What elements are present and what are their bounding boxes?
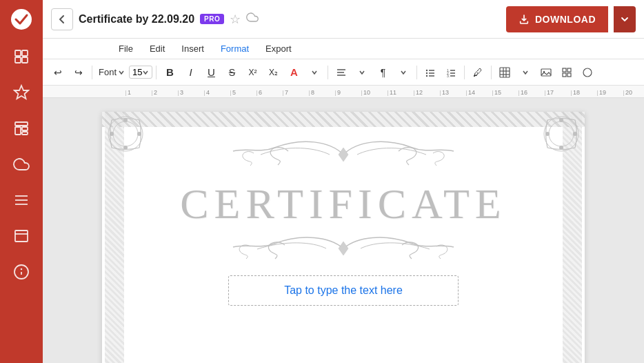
align-icon: [336, 67, 347, 78]
ruler-mark: 9: [335, 90, 361, 96]
svg-point-49: [123, 146, 128, 150]
sync-icon[interactable]: [246, 11, 259, 27]
svg-rect-6: [15, 122, 28, 126]
svg-point-56: [545, 132, 550, 136]
undo-button[interactable]: ↩: [48, 63, 68, 82]
align-button[interactable]: [332, 63, 351, 82]
svg-point-44: [583, 68, 592, 77]
underline-button[interactable]: U: [201, 63, 221, 82]
sidebar-item-home[interactable]: [0, 39, 43, 75]
highlight-button[interactable]: 🖊: [468, 63, 487, 82]
ruler-inner: 1 2 3 4 5 6 7 8 9 10 11 12 13 14 15 16 1…: [43, 86, 644, 97]
align-dropdown[interactable]: [352, 63, 372, 82]
back-button[interactable]: [51, 8, 73, 30]
object-button[interactable]: [557, 63, 576, 82]
svg-marker-5: [14, 86, 28, 99]
ruler-mark: 4: [204, 90, 230, 96]
menu-export[interactable]: Export: [259, 42, 299, 55]
svg-point-53: [559, 118, 563, 122]
toolbar-separator-4: [416, 66, 417, 79]
svg-point-46: [113, 121, 138, 146]
svg-marker-58: [339, 242, 348, 255]
font-selector[interactable]: Font: [96, 67, 128, 77]
chevron-down-icon: [621, 15, 629, 23]
download-dropdown-button[interactable]: [614, 6, 636, 32]
svg-point-48: [137, 132, 141, 136]
svg-rect-8: [22, 127, 28, 130]
table-button[interactable]: [495, 63, 514, 82]
ruler-mark: 16: [519, 90, 545, 96]
svg-rect-7: [15, 127, 21, 135]
ruler-mark: 2: [152, 90, 178, 96]
cert-corner-top-left: [105, 113, 146, 155]
ruler-mark: 20: [623, 90, 644, 96]
image-button[interactable]: [536, 63, 556, 82]
sidebar-item-favorites[interactable]: [0, 75, 43, 110]
font-dropdown-icon: [118, 69, 125, 76]
menu-edit[interactable]: Edit: [143, 42, 172, 55]
page-icon: [13, 228, 30, 244]
ruler: 1 2 3 4 5 6 7 8 9 10 11 12 13 14 15 16 1…: [43, 86, 644, 98]
bold-button[interactable]: B: [160, 63, 179, 82]
svg-rect-42: [563, 73, 566, 77]
info-icon: [13, 264, 30, 280]
ruler-mark: 17: [545, 90, 571, 96]
favorite-icon[interactable]: ☆: [230, 12, 241, 27]
font-size-selector[interactable]: 15: [129, 66, 152, 79]
color-dropdown-icon: [311, 69, 318, 76]
cloud-sync-icon: [246, 11, 259, 23]
table-dropdown[interactable]: [516, 63, 535, 82]
app-logo: [0, 0, 43, 39]
svg-rect-40: [563, 68, 566, 72]
svg-rect-1: [15, 50, 21, 56]
toolbar-separator-6: [491, 66, 492, 79]
ruler-mark: 8: [309, 90, 335, 96]
sidebar-item-cloud[interactable]: [0, 146, 43, 182]
cert-content: CERTIFICATE Tap to type the text here: [102, 127, 585, 363]
paragraph-button[interactable]: ¶: [373, 63, 392, 82]
circle-button[interactable]: [578, 63, 597, 82]
download-button[interactable]: DOWNLOAD: [506, 6, 608, 32]
document-title: Certificate by 22.09.20: [79, 13, 194, 26]
toolbar-separator-2: [156, 66, 157, 79]
paragraph-dropdown[interactable]: [394, 63, 413, 82]
table-dropdown-icon: [522, 69, 529, 76]
strikethrough-button[interactable]: S: [222, 63, 241, 82]
formatting-toolbar: ↩ ↪ Font 15 B I U S X² X₂ A: [43, 59, 644, 86]
menu-format[interactable]: Format: [214, 42, 256, 55]
sidebar-item-templates[interactable]: [0, 110, 43, 146]
sidebar-item-info[interactable]: [0, 254, 43, 290]
italic-button[interactable]: I: [181, 63, 200, 82]
menu-insert[interactable]: Insert: [174, 42, 211, 55]
ruler-mark: 7: [283, 90, 309, 96]
font-size-value: 15: [132, 67, 142, 77]
superscript-button[interactable]: X²: [243, 63, 262, 82]
font-color-button[interactable]: A: [284, 63, 303, 82]
svg-rect-38: [541, 69, 551, 76]
toolbar-separator-1: [92, 66, 92, 79]
bullet-list-button[interactable]: [421, 63, 440, 82]
font-label: Font: [99, 67, 117, 77]
top-bar: Certificate by 22.09.20 PRO ☆ DOWNLOAD: [43, 0, 644, 39]
cloud-icon: [13, 156, 30, 173]
svg-rect-33: [500, 68, 510, 77]
sidebar-item-pages[interactable]: [0, 218, 43, 254]
document-area[interactable]: CERTIFICATE Tap to type the text here: [43, 98, 644, 363]
redo-button[interactable]: ↪: [69, 63, 88, 82]
sidebar-item-list[interactable]: [0, 182, 43, 218]
menu-file[interactable]: File: [112, 42, 140, 55]
ornament-tr-icon: [541, 113, 582, 155]
ruler-mark: 10: [361, 90, 388, 96]
numbered-list-button[interactable]: 1. 2. 3.: [441, 63, 461, 82]
object-icon: [561, 67, 572, 78]
font-color-dropdown[interactable]: [305, 63, 324, 82]
image-icon: [541, 67, 552, 78]
svg-rect-13: [15, 230, 28, 242]
pro-badge: PRO: [200, 14, 224, 24]
cert-text-input-box[interactable]: Tap to type the text here: [228, 275, 459, 306]
ruler-mark: 12: [414, 90, 440, 96]
download-label: DOWNLOAD: [535, 14, 596, 25]
subscript-button[interactable]: X₂: [263, 63, 283, 82]
toolbar-separator-5: [464, 66, 465, 79]
left-sidebar: [0, 0, 43, 363]
